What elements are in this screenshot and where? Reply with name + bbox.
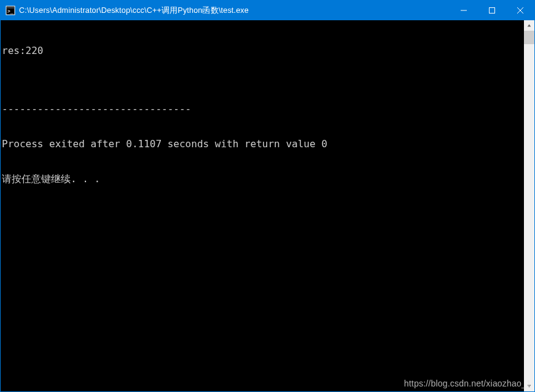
window-controls: [450, 1, 534, 20]
titlebar[interactable]: >_ C:\Users\Administrator\Desktop\ccc\C+…: [1, 1, 534, 20]
close-button[interactable]: [506, 1, 534, 20]
svg-rect-4: [490, 8, 495, 13]
app-icon: >_: [6, 6, 15, 15]
console-line: 请按任意键继续. . .: [2, 173, 524, 185]
svg-marker-7: [528, 24, 531, 26]
console-line: Process exited after 0.1107 seconds with…: [2, 138, 524, 150]
svg-marker-8: [528, 385, 531, 387]
console-window: >_ C:\Users\Administrator\Desktop\ccc\C+…: [0, 0, 535, 392]
console-output[interactable]: res:220 --------------------------------…: [1, 20, 524, 391]
minimize-button[interactable]: [450, 1, 478, 20]
scroll-thumb[interactable]: [524, 31, 534, 44]
scroll-down-button[interactable]: [524, 381, 534, 391]
window-title: C:\Users\Administrator\Desktop\ccc\C++调用…: [19, 6, 450, 16]
svg-text:>_: >_: [7, 9, 14, 14]
scroll-track[interactable]: [524, 31, 534, 381]
vertical-scrollbar[interactable]: [524, 20, 534, 391]
console-line: res:220: [2, 45, 524, 56]
console-line: --------------------------------: [2, 103, 524, 115]
scroll-up-button[interactable]: [524, 20, 534, 31]
maximize-button[interactable]: [478, 1, 506, 20]
client-area: res:220 --------------------------------…: [1, 20, 534, 391]
